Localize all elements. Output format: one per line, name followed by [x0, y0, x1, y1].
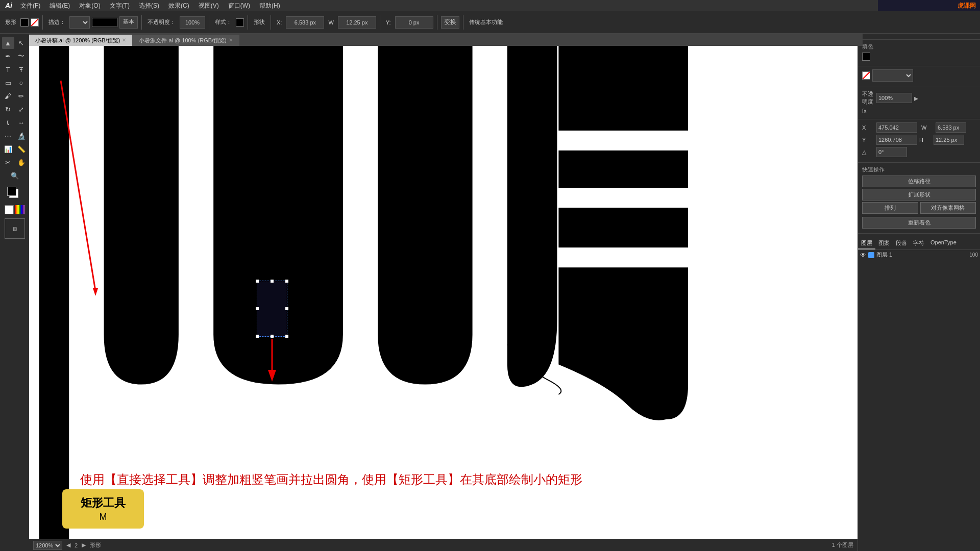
handle-bm[interactable]	[271, 335, 274, 338]
layers-section: 图层 图案 段落 字符 OpenType 👁 图层 1 100	[858, 238, 980, 260]
style-swatch[interactable]	[236, 18, 244, 27]
handle-mr[interactable]	[285, 307, 288, 310]
slice-tool[interactable]: ✂	[2, 156, 14, 168]
tool-row-2: ✒ 〜	[2, 50, 28, 62]
nav-next[interactable]: ▶	[82, 542, 86, 548]
stroke-color-swatch[interactable]	[31, 18, 39, 27]
recolor-btn[interactable]: 重新着色	[862, 217, 976, 229]
canvas-area[interactable]: 使用【直接选择工具】调整加粗竖笔画并拉出圆角，使用【矩形工具】在其底部绘制小的矩…	[29, 46, 857, 539]
angle-input[interactable]	[876, 147, 907, 157]
type-tool[interactable]: T	[2, 63, 14, 76]
rotate-tool[interactable]: ↻	[2, 103, 14, 115]
tab-inactive-close[interactable]: ✕	[229, 35, 233, 46]
handle-tr[interactable]	[285, 280, 288, 283]
tool-row-4: ▭ ○	[2, 77, 28, 89]
artboard-tool[interactable]: ⊞	[5, 218, 25, 239]
opentype-tab[interactable]: OpenType	[927, 238, 960, 249]
hand-tool[interactable]: ✋	[15, 156, 28, 168]
y-prop-input[interactable]	[876, 135, 917, 145]
w-prop-input[interactable]	[936, 122, 966, 133]
selected-rectangle[interactable]	[257, 281, 287, 337]
fill-color-swatch[interactable]	[20, 18, 29, 27]
expand-shape-btn[interactable]: 扩展形状	[862, 189, 976, 201]
menu-edit[interactable]: 编辑(E)	[45, 0, 74, 11]
menu-file[interactable]: 文件(F)	[16, 0, 44, 11]
tool-row-1: ▲ ↖	[2, 37, 28, 49]
fx-label: fx	[862, 108, 874, 114]
gradient-swatch[interactable]	[15, 205, 24, 214]
direct-select-tool[interactable]: ↖	[15, 37, 28, 49]
curvature-tool[interactable]: 〜	[15, 50, 28, 62]
opacity-label: 不透明度：	[145, 18, 178, 26]
select-tool[interactable]: ▲	[2, 37, 14, 49]
char-tab[interactable]: 字符	[910, 238, 927, 249]
x-prop-input[interactable]	[876, 122, 917, 133]
align-pixel-btn[interactable]: 对齐像素网格	[920, 202, 976, 214]
paintbrush-tool[interactable]: 🖌	[2, 90, 14, 102]
warp-tool[interactable]: ⤹	[2, 116, 14, 129]
menu-object[interactable]: 对象(O)	[75, 0, 104, 11]
w-input[interactable]	[338, 16, 376, 29]
measure-tool[interactable]: 📏	[15, 143, 28, 155]
layer-opacity-value: 100	[969, 252, 978, 258]
stroke-weight-input[interactable]: 基本	[119, 16, 138, 29]
x-input[interactable]	[286, 16, 324, 29]
zoom-tool[interactable]: 🔍	[9, 169, 21, 182]
opacity-prop-label: 不透明度	[862, 90, 874, 106]
handle-tm[interactable]	[271, 280, 274, 283]
tab-active-label: 小暑讲稿.ai @ 1200% (RGB/预览)	[35, 35, 120, 46]
menu-view[interactable]: 视图(V)	[194, 0, 223, 11]
pen-tool[interactable]: ✒	[2, 50, 14, 62]
arrange-btn[interactable]: 排列	[862, 202, 918, 214]
chart-tool[interactable]: 📊	[2, 143, 14, 155]
pencil-tool[interactable]: ✏	[15, 90, 28, 102]
eyedrop-tool[interactable]: 🔬	[15, 130, 28, 142]
color-mode-row	[5, 205, 24, 214]
opacity-expand-icon[interactable]: ▸	[914, 93, 918, 103]
object-type: 形形	[90, 541, 101, 549]
eye-icon[interactable]: 👁	[860, 252, 866, 259]
menu-text[interactable]: 文字(T)	[106, 0, 134, 11]
tool-row-8: ⋯ 🔬	[2, 130, 28, 142]
y-input[interactable]	[395, 16, 433, 29]
zoom-select[interactable]: 1200%	[33, 541, 62, 550]
opacity-input[interactable]	[180, 16, 205, 29]
menu-window[interactable]: 窗口(W)	[224, 0, 254, 11]
nav-prev[interactable]: ◀	[66, 542, 70, 548]
stroke-weight-select[interactable]	[872, 69, 913, 82]
handle-bl[interactable]	[256, 335, 259, 338]
handle-br[interactable]	[285, 335, 288, 338]
stroke-none-icon[interactable]	[862, 71, 870, 80]
touch-type-tool[interactable]: Ŧ	[15, 63, 28, 76]
menu-effect[interactable]: 效果(C)	[164, 0, 193, 11]
layers-tab[interactable]: 图层	[858, 238, 875, 249]
offset-path-btn[interactable]: 位移路径	[862, 176, 976, 187]
opacity-prop-input[interactable]	[876, 93, 912, 103]
color-section	[5, 187, 24, 214]
layer-count: 1 个图层	[832, 541, 853, 549]
handle-tl[interactable]	[256, 280, 259, 283]
handle-ml[interactable]	[256, 307, 259, 310]
ellipse-tool[interactable]: ○	[15, 77, 28, 89]
blend-tool[interactable]: ⋯	[2, 130, 14, 142]
tab-active[interactable]: 小暑讲稿.ai @ 1200% (RGB/预览) ✕	[29, 35, 133, 46]
svg-rect-3	[558, 208, 688, 247]
tab-inactive[interactable]: 小暑源文件.ai @ 100% (RGB/预览) ✕	[133, 35, 239, 46]
scale-tool[interactable]: ⤢	[15, 103, 28, 115]
none-swatch[interactable]	[5, 205, 14, 214]
transform-button[interactable]: 变换	[441, 16, 459, 29]
layer-row-1[interactable]: 👁 图层 1 100	[858, 250, 980, 260]
pattern-tab[interactable]: 图案	[875, 238, 893, 249]
fill-stroke-swatches[interactable]	[7, 187, 22, 202]
tab-active-close[interactable]: ✕	[122, 35, 126, 46]
width-tool[interactable]: ↔	[15, 116, 28, 129]
menu-select[interactable]: 选择(S)	[135, 0, 163, 11]
stroke-type-select[interactable]	[69, 16, 90, 29]
h-prop-input[interactable]	[934, 135, 964, 145]
paragraph-tab[interactable]: 段落	[893, 238, 910, 249]
stroke-preview[interactable]	[92, 18, 117, 27]
menu-help[interactable]: 帮助(H)	[255, 0, 284, 11]
rect-tool[interactable]: ▭	[2, 77, 14, 89]
menu-bar: Ai 文件(F) 编辑(E) 对象(O) 文字(T) 选择(S) 效果(C) 视…	[0, 0, 980, 11]
fill-color-box[interactable]	[862, 53, 870, 61]
